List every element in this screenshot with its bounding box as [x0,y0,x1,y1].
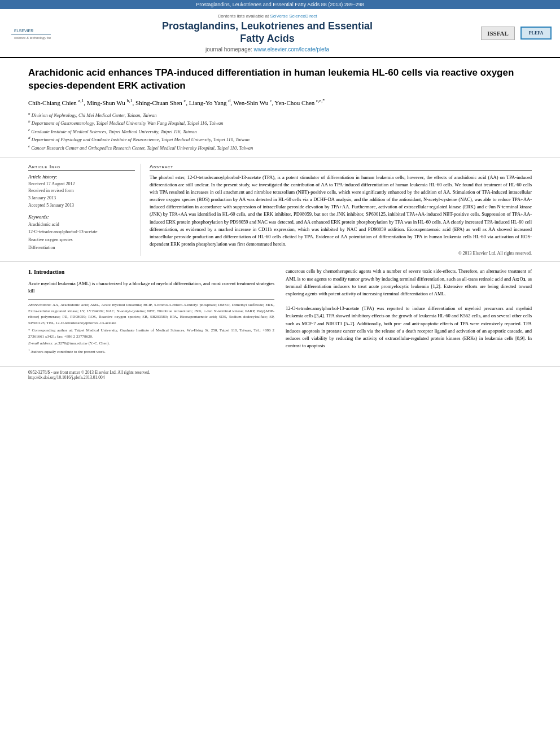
intro-right-text-2: 12-O-tetradecanoylphorbol-13-acetate (TP… [286,305,532,350]
issfal-text: ISSFAL [486,30,510,37]
history-received: Received 17 August 2012 [28,181,135,188]
history-label: Article history: [28,174,135,180]
journal-reference-text: Prostaglandins, Leukotrienes and Essenti… [196,2,364,7]
issn-line: 0952-3278/$ - see front matter © 2013 El… [28,370,532,375]
elsevier-logo: ELSEVIER science & technology books [8,23,54,43]
footnote-corresponding: * Corresponding author at: Taipei Medica… [28,327,274,339]
sciverse-line: Contents lists available at SciVerse Sci… [59,14,475,19]
bottom-bar: 0952-3278/$ - see front matter © 2013 El… [0,366,560,383]
keywords-label: Keywords: [28,214,135,220]
affil-b: b Department of Gastroenterology, Taipei… [28,119,532,127]
svg-text:ELSEVIER: ELSEVIER [14,29,33,33]
abstract-column: Abstract The phorbol ester, 12-O-tetrade… [150,164,532,256]
footnote-abbreviations: Abbreviations: AA, Arachidonic acid; AML… [28,302,274,326]
article-info-column: Article Info Article history: Received 1… [28,164,141,256]
issfal-badge: ISSFAL [481,27,515,40]
journal-header: ELSEVIER science & technology books Cont… [0,9,560,58]
abstract-text: The phorbol ester, 12-O-tetradecanoylpho… [150,174,532,248]
affil-d: d Department of Physiology and Graduate … [28,135,532,143]
history-accepted: Accepted 5 January 2013 [28,202,135,209]
affil-e: e Cancer Research Center and Orthopedics… [28,143,532,152]
svg-text:science & technology books: science & technology books [14,36,51,40]
keyword-1: Arachidonic acid [28,221,135,229]
sciverse-link[interactable]: SciVerse ScienceDirect [270,14,317,19]
journal-main-title: Prostaglandins, Leukotrienes and Essenti… [59,20,475,45]
introduction-title: 1. Introduction [28,268,274,277]
article-history: Article history: Received 17 August 2012… [28,174,135,209]
affil-c: c Graduate Institute of Medical Sciences… [28,127,532,136]
history-revised-label: Received in revised form [28,187,135,195]
footnote-section: Abbreviations: AA, Arachidonic acid; AML… [28,299,274,355]
keyword-4: Differentiation [28,244,135,252]
affiliations: a Division of Nephrology, Chi Mei Medica… [28,111,532,152]
body-left-col: 1. Introduction Acute myeloid leukemia (… [28,268,274,355]
footnote-email: E-mail address: yc3270@tmu.edu.tw (Y.-C.… [28,340,274,347]
journal-homepage: journal homepage: www.elsevier.com/locat… [59,46,475,53]
affil-a: a Division of Nephrology, Chi Mei Medica… [28,111,532,119]
svg-rect-2 [11,34,51,34]
keywords-section: Keywords: Arachidonic acid 12-O-tetradec… [28,214,135,251]
plefa-text: PLEFA [524,30,548,36]
journal-reference-bar: Prostaglandins, Leukotrienes and Essenti… [0,0,560,9]
journal-url[interactable]: www.elsevier.com/locate/plefa [254,46,329,53]
doi-line: http://dx.doi.org/10.1016/j.plefa.2013.0… [28,375,532,380]
footnote-equal-contrib: 1 Authors equally contribute to the pres… [28,348,274,355]
keyword-3: Reactive oxygen species [28,236,135,244]
two-col-body: 1. Introduction Acute myeloid leukemia (… [28,268,532,355]
intro-right-text-1: cancerous cells by chemotherapeutic agen… [286,268,532,298]
article-title: Arachidonic acid enhances TPA-induced di… [28,67,532,93]
body-section: 1. Introduction Acute myeloid leukemia (… [0,262,560,360]
intro-left-text: Acute myeloid leukemia (AML) is characte… [28,280,274,295]
journal-title-area: Contents lists available at SciVerse Sci… [59,14,475,53]
plefa-badge: PLEFA [520,27,552,40]
keyword-2: 12-O-tetradecanoylphorbol-13-acetate [28,228,135,236]
abstract-copyright: © 2013 Elsevier Ltd. All rights reserved… [150,251,532,256]
article-title-section: Arachidonic acid enhances TPA-induced di… [0,58,560,158]
article-info-header: Article Info [28,164,135,171]
abstract-header: Abstract [150,164,532,171]
authors-line: Chih-Chiang Chien a,1, Ming-Shun Wu b,1,… [28,98,532,106]
history-revised-date: 3 January 2013 [28,195,135,202]
article-info-abstract-section: Article Info Article history: Received 1… [0,158,560,263]
body-right-col: cancerous cells by chemotherapeutic agen… [286,268,532,355]
elsevier-logo-svg: ELSEVIER science & technology books [11,25,51,42]
